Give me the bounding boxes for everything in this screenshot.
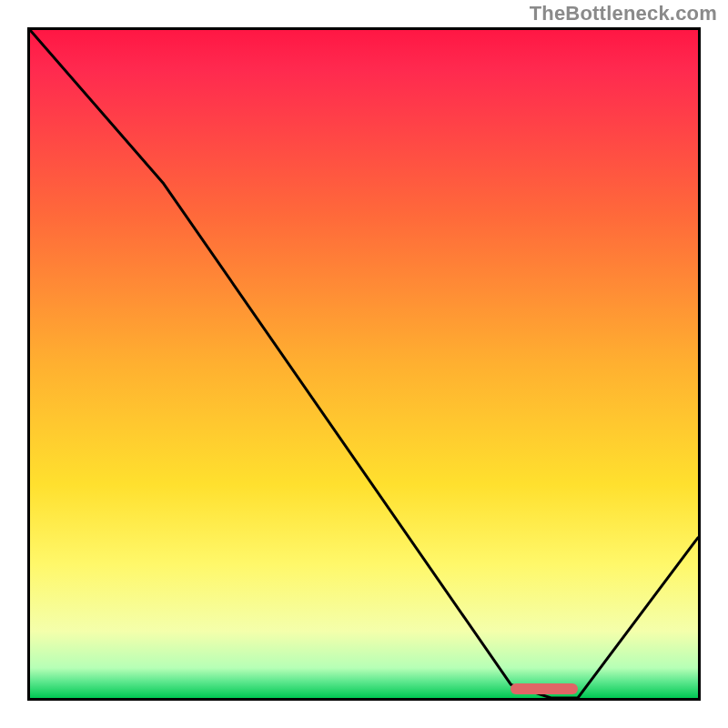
optimal-range-marker bbox=[511, 683, 577, 694]
bottleneck-curve bbox=[30, 30, 698, 698]
plot-area bbox=[27, 27, 701, 701]
attribution-text: TheBottleneck.com bbox=[530, 2, 717, 25]
curve-layer bbox=[30, 30, 698, 698]
chart-frame: TheBottleneck.com bbox=[0, 0, 728, 728]
